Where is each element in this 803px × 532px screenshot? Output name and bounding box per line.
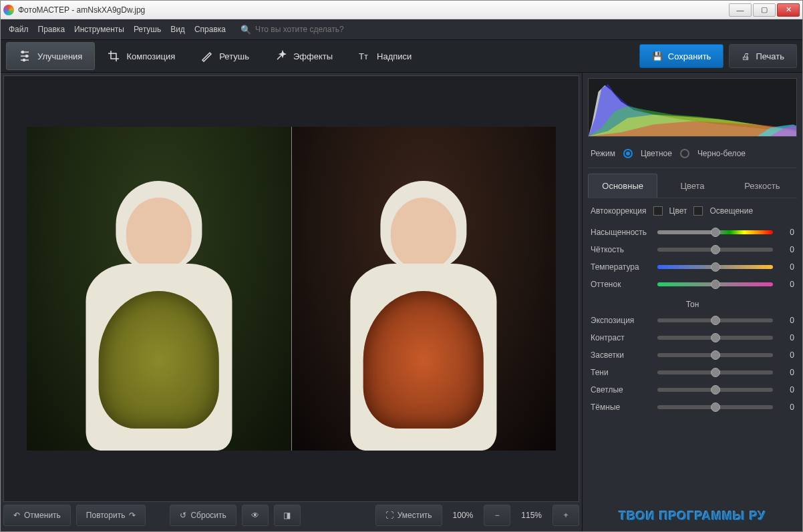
redo-button[interactable]: Повторить↷ bbox=[76, 505, 146, 526]
search-icon: 🔍 bbox=[240, 25, 251, 35]
zoom-in-button[interactable]: + bbox=[552, 505, 579, 526]
slider-contrast-track[interactable] bbox=[657, 336, 773, 340]
reset-button[interactable]: ↺Сбросить bbox=[170, 505, 236, 526]
slider-highlights: Засветки 0 bbox=[588, 346, 797, 364]
redo-label: Повторить bbox=[86, 511, 126, 520]
crop-icon bbox=[108, 50, 120, 62]
tab-composition[interactable]: Композиция bbox=[95, 42, 188, 70]
autocorrection-row: Автокоррекция Цвет Освещение bbox=[588, 198, 797, 224]
main-toolbar: Улучшения Композиция Ретушь Эффекты bbox=[1, 39, 802, 73]
menu-instruments[interactable]: Инструменты bbox=[74, 25, 124, 34]
side-tabs: Основные Цвета Резкость bbox=[588, 174, 797, 198]
brush-icon bbox=[200, 50, 212, 62]
slider-blacks-track[interactable] bbox=[657, 405, 773, 409]
svg-point-5 bbox=[23, 59, 25, 61]
zoom-fit-label: 100% bbox=[448, 511, 479, 520]
photo-after bbox=[292, 127, 556, 450]
menu-file[interactable]: Файл bbox=[9, 25, 29, 34]
slider-tint-track[interactable] bbox=[657, 282, 773, 286]
preview-button[interactable]: 👁 bbox=[242, 505, 269, 526]
minus-icon: − bbox=[495, 511, 500, 520]
minimize-button[interactable]: — bbox=[729, 3, 752, 17]
menu-view[interactable]: Вид bbox=[170, 25, 185, 34]
checkbox-color[interactable] bbox=[653, 206, 663, 216]
radio-color[interactable] bbox=[623, 149, 633, 158]
svg-point-4 bbox=[26, 55, 28, 57]
radio-bw[interactable] bbox=[680, 149, 689, 158]
slider-thumb[interactable] bbox=[711, 316, 720, 325]
canvas-viewport[interactable] bbox=[3, 75, 579, 502]
menu-help[interactable]: Справка bbox=[194, 25, 226, 34]
slider-contrast-value: 0 bbox=[778, 333, 794, 342]
checkbox-light[interactable] bbox=[693, 206, 703, 216]
auto-light-label: Освещение bbox=[709, 206, 753, 216]
menu-edit[interactable]: Правка bbox=[38, 25, 65, 34]
slider-whites-track[interactable] bbox=[657, 388, 773, 392]
tab-text-label: Надписи bbox=[377, 51, 412, 61]
slider-saturation-track[interactable] bbox=[657, 230, 773, 234]
slider-highlights-label: Засветки bbox=[591, 350, 652, 360]
compare-button[interactable]: ◨ bbox=[274, 505, 301, 526]
slider-thumb[interactable] bbox=[711, 262, 720, 272]
fit-label: Уместить bbox=[397, 511, 432, 520]
window-frame: ФотоМАСТЕР - amNskXA9gDw.jpg — ▢ ✕ Файл … bbox=[0, 0, 803, 532]
close-button[interactable]: ✕ bbox=[777, 3, 800, 17]
slider-whites-label: Светлые bbox=[591, 385, 652, 394]
slider-thumb[interactable] bbox=[711, 368, 720, 377]
side-tab-colors[interactable]: Цвета bbox=[657, 174, 727, 198]
slider-temperature-label: Температура bbox=[591, 262, 652, 272]
slider-thumb[interactable] bbox=[711, 228, 720, 237]
eye-icon: 👁 bbox=[251, 511, 259, 520]
print-button[interactable]: 🖨 Печать bbox=[729, 44, 797, 68]
search-input[interactable] bbox=[255, 25, 389, 34]
tab-text[interactable]: Tт Надписи bbox=[345, 42, 424, 70]
slider-temperature: Температура 0 bbox=[588, 258, 797, 276]
redo-icon: ↷ bbox=[129, 511, 136, 520]
slider-temperature-track[interactable] bbox=[657, 265, 773, 269]
tab-enhance[interactable]: Улучшения bbox=[6, 42, 95, 70]
slider-thumb[interactable] bbox=[711, 350, 720, 360]
slider-tint-value: 0 bbox=[778, 280, 794, 289]
slider-contrast-label: Контраст bbox=[591, 333, 652, 342]
tab-retouch-label: Ретушь bbox=[219, 51, 249, 61]
slider-clarity-label: Чёткость bbox=[591, 245, 652, 254]
fit-icon: ⛶ bbox=[385, 511, 393, 520]
save-button[interactable]: 💾 Сохранить bbox=[639, 44, 724, 68]
titlebar[interactable]: ФотоМАСТЕР - amNskXA9gDw.jpg — ▢ ✕ bbox=[1, 1, 802, 19]
tab-effects-label: Эффекты bbox=[293, 51, 333, 61]
maximize-button[interactable]: ▢ bbox=[753, 3, 776, 17]
mode-label: Режим bbox=[591, 149, 615, 158]
tab-effects[interactable]: Эффекты bbox=[262, 42, 345, 70]
slider-thumb[interactable] bbox=[711, 333, 720, 342]
zoom-out-button[interactable]: − bbox=[484, 505, 510, 526]
side-tab-sharp[interactable]: Резкость bbox=[728, 174, 797, 198]
slider-exposure-value: 0 bbox=[778, 316, 794, 325]
side-tab-basic[interactable]: Основные bbox=[588, 174, 657, 198]
undo-button[interactable]: ↶Отменить bbox=[3, 505, 71, 526]
slider-clarity-value: 0 bbox=[778, 245, 794, 254]
slider-thumb[interactable] bbox=[711, 403, 720, 412]
slider-shadows-track[interactable] bbox=[657, 370, 773, 374]
slider-exposure-track[interactable] bbox=[657, 318, 773, 322]
tab-retouch[interactable]: Ретушь bbox=[188, 42, 262, 70]
watermark: ТВОИ ПРОГРАММЫ РУ bbox=[588, 499, 797, 529]
slider-highlights-track[interactable] bbox=[657, 353, 773, 357]
slider-shadows-value: 0 bbox=[778, 368, 794, 377]
slider-saturation-value: 0 bbox=[778, 228, 794, 237]
histogram[interactable] bbox=[588, 78, 797, 137]
slider-thumb[interactable] bbox=[711, 385, 720, 394]
undo-icon: ↶ bbox=[13, 511, 20, 520]
slider-tint: Оттенок 0 bbox=[588, 276, 797, 293]
fit-button[interactable]: ⛶Уместить bbox=[375, 505, 442, 526]
slider-shadows: Тени 0 bbox=[588, 364, 797, 381]
sliders-container: Насыщенность 0 Чёткость 0 Температура 0 bbox=[588, 224, 797, 499]
slider-clarity-track[interactable] bbox=[657, 248, 773, 252]
slider-thumb[interactable] bbox=[711, 245, 720, 254]
slider-thumb[interactable] bbox=[711, 280, 720, 289]
reset-icon: ↺ bbox=[180, 511, 186, 520]
svg-text:Tт: Tт bbox=[359, 51, 368, 61]
window-title: ФотоМАСТЕР - amNskXA9gDw.jpg bbox=[18, 5, 728, 15]
menu-retouch[interactable]: Ретушь bbox=[134, 25, 161, 34]
auto-color-label: Цвет bbox=[669, 206, 687, 216]
slider-saturation: Насыщенность 0 bbox=[588, 224, 797, 241]
